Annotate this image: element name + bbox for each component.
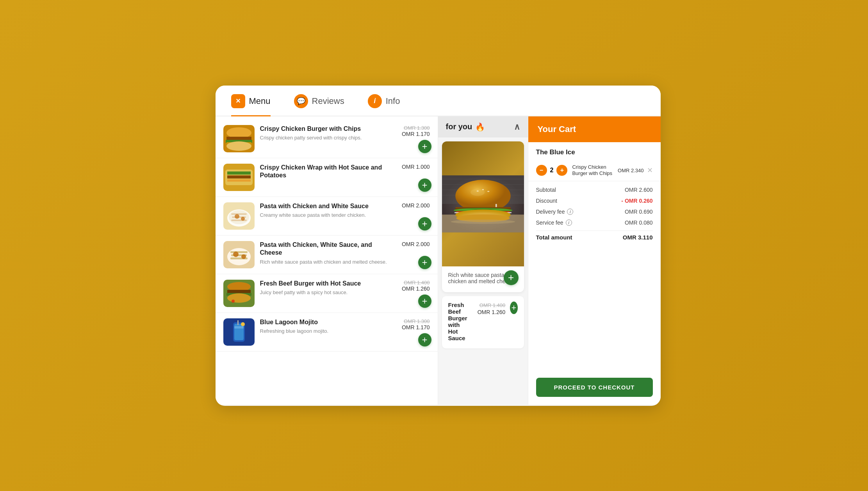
- add-button[interactable]: +: [418, 140, 431, 153]
- cart-panel: Your Cart The Blue Ice − 2 + Crispy Chic…: [528, 116, 661, 405]
- food-image: [223, 125, 255, 152]
- remove-item-button[interactable]: ✕: [647, 166, 653, 175]
- cart-title: Your Cart: [538, 124, 576, 134]
- tab-info-label: Info: [386, 96, 400, 106]
- tab-menu-label: Menu: [249, 96, 271, 106]
- featured-add-button[interactable]: +: [504, 270, 519, 285]
- svg-rect-9: [227, 175, 251, 179]
- menu-item[interactable]: Pasta with Chicken and White Sauce Cream…: [216, 197, 438, 236]
- nav-tabs: ✕ Menu 💬 Reviews i Info: [216, 86, 661, 116]
- food-image: [223, 202, 255, 230]
- total-value: OMR 3.110: [623, 234, 653, 241]
- cart-item-price: OMR 2.340: [618, 168, 643, 173]
- delivery-info-icon[interactable]: i: [567, 209, 573, 215]
- svg-point-18: [241, 217, 245, 221]
- subtotal-row: Subtotal OMR 2.600: [536, 187, 653, 193]
- restaurant-name: The Blue Ice: [528, 142, 661, 160]
- price-current: OMR 1.170: [402, 324, 430, 330]
- cart-item-row: − 2 + Crispy Chicken Burger with Chips O…: [528, 160, 661, 182]
- price-column: OMR 2.000: [399, 241, 430, 247]
- service-value: OMR 0.080: [625, 220, 653, 226]
- svg-point-17: [235, 214, 239, 219]
- main-layout: Crispy Chicken Burger with Chips Crispy …: [216, 116, 661, 405]
- menu-item-info: Blue Lagoon Mojito Refreshing blue lagoo…: [260, 318, 395, 335]
- delivery-row: Delivery fee i OMR 0.690: [536, 209, 653, 215]
- subtotal-label: Subtotal: [536, 187, 556, 193]
- menu-item[interactable]: Blue Lagoon Mojito Refreshing blue lagoo…: [216, 313, 438, 352]
- tab-reviews-label: Reviews: [312, 96, 344, 106]
- service-label-group: Service fee i: [536, 220, 572, 226]
- item-name: Fresh Beef Burger with Hot Sauce: [260, 280, 395, 288]
- tab-menu[interactable]: ✕ Menu: [231, 86, 271, 116]
- item-name: Pasta with Chicken and White Sauce: [260, 202, 395, 211]
- quantity-control: − 2 +: [536, 165, 568, 176]
- add-button[interactable]: +: [418, 256, 431, 269]
- for-you-header: for you 🔥 ∧: [438, 116, 528, 137]
- item-name: Blue Lagoon Mojito: [260, 318, 395, 327]
- svg-rect-37: [237, 320, 239, 325]
- menu-item[interactable]: Crispy Chicken Wrap with Hot Sauce and P…: [216, 158, 438, 197]
- price-column: OMR 1.300 OMR 1.170: [399, 318, 430, 330]
- price-column: OMR 1.300 OMR 1.170: [399, 125, 430, 137]
- discount-label: Discount: [536, 198, 557, 204]
- service-label: Service fee: [536, 220, 563, 226]
- info-icon: i: [368, 94, 382, 108]
- add-button[interactable]: +: [418, 217, 431, 230]
- price-column: OMR 1.000: [399, 164, 430, 170]
- price-original: OMR 1.300: [404, 125, 430, 131]
- collapse-button[interactable]: ∧: [514, 122, 520, 132]
- menu-item[interactable]: Fresh Beef Burger with Hot Sauce Juicy b…: [216, 274, 438, 313]
- svg-rect-8: [227, 171, 251, 175]
- food-image: [223, 164, 255, 191]
- tab-reviews[interactable]: 💬 Reviews: [294, 86, 344, 116]
- food-image: [223, 318, 255, 346]
- svg-point-36: [241, 322, 245, 326]
- menu-item-info: Crispy Chicken Wrap with Hot Sauce and P…: [260, 164, 395, 182]
- checkout-button[interactable]: PROCEED TO CHECKOUT: [536, 378, 653, 397]
- price-current: OMR 1.170: [402, 131, 430, 137]
- delivery-value: OMR 0.690: [625, 209, 653, 215]
- tab-info[interactable]: i Info: [368, 86, 400, 116]
- item-desc: Crispy chicken patty served with crispy …: [260, 134, 395, 141]
- menu-item[interactable]: Pasta with Chicken, White Sauce, and Che…: [216, 236, 438, 274]
- total-row: Total amount OMR 3.110: [536, 230, 653, 241]
- cart-item-name: Crispy Chicken Burger with Chips: [572, 164, 618, 177]
- service-row: Service fee i OMR 0.080: [536, 220, 653, 226]
- subtotal-value: OMR 2.600: [625, 187, 653, 193]
- menu-list: Crispy Chicken Burger with Chips Crispy …: [216, 116, 438, 405]
- delivery-label-group: Delivery fee i: [536, 209, 574, 215]
- svg-point-31: [232, 300, 235, 303]
- featured-card: Rich white sauce pasta with chicken and …: [442, 141, 524, 292]
- price-current: OMR 1.260: [402, 286, 430, 292]
- menu-item-info: Fresh Beef Burger with Hot Sauce Juicy b…: [260, 280, 395, 296]
- foryou-item-name: Fresh Beef Burger with Hot Sauce: [448, 302, 467, 341]
- price-current: OMR 2.000: [402, 202, 430, 209]
- quantity-minus-button[interactable]: −: [536, 165, 547, 176]
- discount-row: Discount - OMR 0.260: [536, 198, 653, 204]
- delivery-label: Delivery fee: [536, 209, 565, 215]
- svg-point-49: [487, 191, 489, 192]
- menu-item-info: Crispy Chicken Burger with Chips Crispy …: [260, 125, 395, 142]
- item-desc: Rich white sauce pasta with chicken and …: [260, 259, 395, 266]
- svg-rect-40: [442, 179, 524, 179]
- featured-card-body: Rich white sauce pasta with chicken and …: [442, 266, 524, 292]
- svg-point-58: [451, 220, 515, 224]
- for-you-panel: for you 🔥 ∧: [438, 116, 528, 405]
- add-button[interactable]: +: [418, 295, 431, 308]
- fire-icon: 🔥: [475, 122, 485, 132]
- menu-item[interactable]: Crispy Chicken Burger with Chips Crispy …: [216, 120, 438, 158]
- svg-rect-14: [231, 213, 247, 215]
- foryou-list-item[interactable]: Fresh Beef Burger with Hot Sauce OMR 1.4…: [442, 296, 524, 348]
- svg-rect-50: [495, 204, 497, 207]
- price-original: OMR 1.300: [404, 318, 430, 324]
- food-image: [223, 241, 255, 268]
- svg-point-1: [226, 127, 251, 138]
- price-original: OMR 1.400: [404, 280, 430, 286]
- foryou-add-button[interactable]: +: [510, 302, 517, 314]
- svg-point-45: [455, 180, 511, 212]
- add-button[interactable]: +: [418, 333, 431, 346]
- quantity-plus-button[interactable]: +: [556, 165, 567, 176]
- service-info-icon[interactable]: i: [566, 220, 572, 226]
- add-button[interactable]: +: [418, 179, 431, 192]
- item-desc: Refreshing blue lagoon mojito.: [260, 328, 395, 335]
